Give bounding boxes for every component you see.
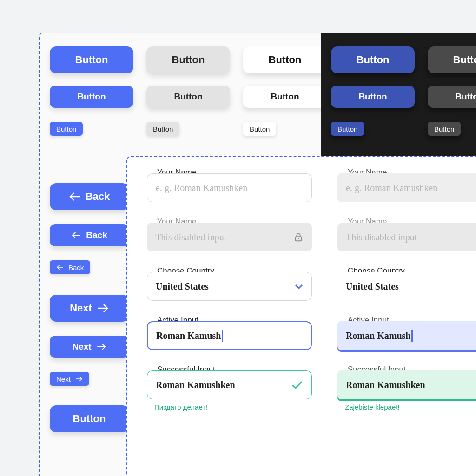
arrow-right-icon: [97, 304, 109, 313]
active-value: Roman Kamush: [156, 331, 221, 341]
next-button-md[interactable]: Next: [50, 336, 129, 358]
arrow-right-icon: [96, 343, 106, 350]
back-button-md[interactable]: Back: [50, 224, 129, 246]
active-input[interactable]: Roman Kamush: [147, 321, 312, 350]
button-tertiary-sm[interactable]: Button: [243, 122, 276, 136]
name-field-outlined: Your Name e. g. Roman Kamushken: [147, 173, 312, 202]
country-select[interactable]: United States: [147, 272, 312, 301]
success-value: Roman Kamushken: [346, 380, 425, 390]
check-icon: [291, 380, 303, 390]
name-input[interactable]: e. g. Roman Kamushken: [147, 173, 312, 202]
text-caret: [222, 330, 223, 342]
button-primary-lg-dark[interactable]: Button: [331, 46, 415, 73]
success-value: Roman Kamushken: [156, 380, 235, 390]
button-primary-md[interactable]: Button: [50, 86, 133, 108]
next-label: Next: [56, 375, 71, 383]
disabled-field-flat: Your Name This disabled input: [337, 223, 476, 251]
button-tertiary-lg[interactable]: Button: [243, 46, 327, 73]
success-input[interactable]: Roman Kamushken: [147, 370, 312, 399]
back-button-sm[interactable]: Back: [50, 260, 90, 274]
success-field-flat: Successful Input Roman Kamushken Zajebis…: [337, 370, 476, 411]
active-value: Roman Kamush: [346, 331, 410, 341]
next-button-lg[interactable]: Next: [50, 295, 129, 322]
button-secondary-lg-dark[interactable]: Button: [428, 46, 476, 73]
button-secondary-md-dark[interactable]: Button: [428, 86, 476, 108]
next-label: Next: [70, 302, 92, 314]
active-input-flat[interactable]: Roman Kamush: [337, 321, 476, 350]
active-field-outlined: Active Input Roman Kamush: [147, 321, 312, 350]
back-label: Back: [68, 264, 84, 271]
disabled-value: This disabled input: [346, 232, 417, 243]
button-primary-lg[interactable]: Button: [50, 46, 133, 73]
forms-grid: Your Name e. g. Roman Kamushken Your Nam…: [147, 173, 476, 411]
buttons-light-area: Button Button Button Button Button Butto…: [40, 33, 321, 157]
button-tertiary-md[interactable]: Button: [243, 86, 327, 108]
svg-point-1: [298, 238, 299, 239]
back-button-lg[interactable]: Back: [50, 183, 129, 210]
button-primary-md-dark[interactable]: Button: [331, 86, 415, 108]
name-field-flat: Your Name e. g. Roman Kamushken: [337, 173, 476, 202]
next-label: Next: [72, 342, 91, 352]
country-select-outlined: Choose Country United States: [147, 272, 312, 301]
arrow-left-icon: [71, 231, 81, 239]
country-select-flat[interactable]: United States: [337, 272, 476, 301]
chevron-down-icon: [295, 284, 303, 289]
success-field-outlined: Successful Input Roman Kamushken Пиздато…: [147, 370, 312, 411]
success-helper: Пиздато делает!: [147, 403, 312, 411]
button-primary-sm[interactable]: Button: [50, 122, 83, 136]
name-input-flat[interactable]: e. g. Roman Kamushken: [337, 173, 476, 202]
country-value: United States: [156, 281, 209, 292]
country-value: United States: [346, 281, 399, 292]
button-primary-sm-dark[interactable]: Button: [331, 122, 364, 136]
nav-buttons-column: Back Back Back Next Next Ne: [50, 183, 129, 432]
back-label: Back: [86, 230, 107, 240]
lock-icon: [293, 232, 304, 242]
text-caret: [411, 330, 413, 342]
active-field-flat: Active Input Roman Kamush: [337, 321, 476, 350]
next-button-sm[interactable]: Next: [50, 372, 89, 386]
arrow-left-icon: [56, 264, 64, 270]
disabled-value: This disabled input: [155, 232, 226, 243]
buttons-dark-area: Button Button Button Button Button Butto…: [321, 33, 476, 157]
success-helper: Zajebiste klepaet!: [337, 403, 476, 411]
disabled-input-flat: This disabled input: [337, 223, 476, 251]
button-extra[interactable]: Button: [50, 405, 129, 432]
arrow-left-icon: [69, 192, 81, 201]
country-select-flat: Choose Country United States: [337, 272, 476, 301]
button-secondary-lg[interactable]: Button: [146, 46, 230, 73]
disabled-input: This disabled input: [147, 223, 312, 251]
arrow-right-icon: [75, 376, 83, 382]
button-secondary-sm-dark[interactable]: Button: [428, 122, 461, 136]
button-secondary-md[interactable]: Button: [146, 86, 230, 108]
success-input-flat[interactable]: Roman Kamushken: [337, 370, 476, 399]
forms-panel: Your Name e. g. Roman Kamushken Your Nam…: [126, 156, 476, 476]
back-label: Back: [86, 191, 110, 203]
disabled-field-outlined: Your Name This disabled input: [147, 223, 312, 251]
button-secondary-sm[interactable]: Button: [146, 122, 179, 136]
